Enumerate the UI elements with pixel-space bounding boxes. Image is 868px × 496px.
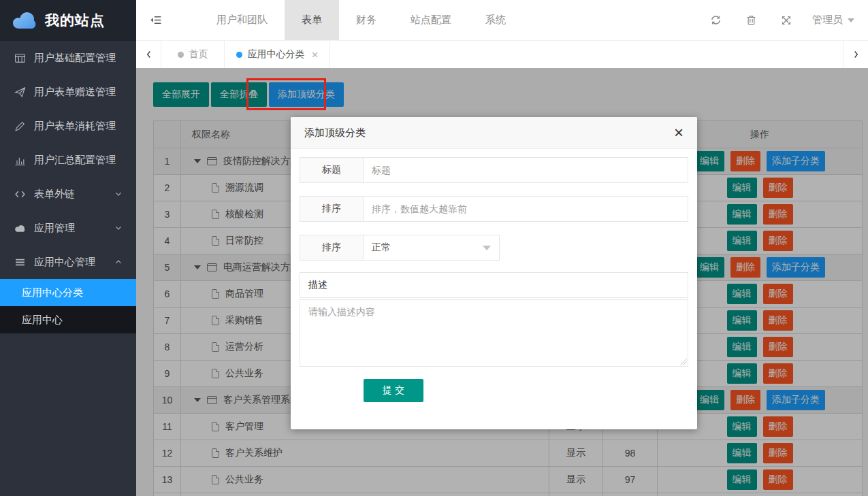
form-row-status: 排序 正常 (300, 235, 688, 261)
title-label: 标题 (300, 157, 364, 183)
nav-item-1[interactable]: 用户和团队 (199, 0, 285, 40)
description-textarea[interactable] (300, 299, 688, 367)
nav-item-3[interactable]: 财务 (339, 0, 393, 40)
trash-icon[interactable] (733, 14, 769, 26)
nav-item-2[interactable]: 表单 (285, 0, 339, 40)
tabs-scroll-left-icon[interactable] (136, 41, 161, 68)
refresh-icon[interactable] (698, 14, 733, 26)
tab-label: 首页 (189, 48, 208, 61)
description-label: 描述 (300, 272, 688, 298)
sidebar-item-label: 表单外链 (34, 188, 75, 201)
sort-label: 排序 (300, 196, 364, 222)
sidebar-item-5[interactable]: 表单外链 (0, 177, 136, 211)
sidebar-item-label: 用户汇总配置管理 (34, 154, 116, 167)
pen-icon (14, 120, 26, 132)
send-icon (14, 86, 26, 98)
submit-button[interactable]: 提 交 (364, 379, 423, 402)
tab-1[interactable]: 首页 (161, 41, 225, 68)
title-input[interactable] (364, 157, 688, 183)
sidebar-collapse-icon[interactable] (136, 0, 176, 40)
brand-name: 我的站点 (45, 11, 105, 30)
chart-icon (14, 154, 26, 166)
main-area: 首页应用中心分类× 全部展开 全部折叠 添加顶级分类 权限名称 (136, 41, 868, 496)
tab-dot-icon (236, 52, 242, 58)
status-select[interactable]: 正常 (364, 235, 500, 261)
modal-title: 添加顶级分类 (304, 127, 366, 139)
modal-header: 添加顶级分类 × (291, 117, 697, 149)
sidebar: 用户基础配置管理用户表单赠送管理用户表单消耗管理用户汇总配置管理表单外链应用管理… (0, 41, 136, 496)
menu-icon (14, 256, 26, 268)
modal-body: 标题 排序 排序 正常 (291, 149, 697, 402)
status-label: 排序 (300, 235, 364, 261)
sidebar-item-label: 应用中心管理 (34, 256, 95, 269)
nav-item-5[interactable]: 系统 (468, 0, 523, 40)
brand-logo: 我的站点 (0, 0, 136, 41)
user-name: 管理员 (812, 14, 843, 27)
cloud-icon (14, 222, 26, 234)
sidebar-item-7[interactable]: 应用中心管理 (0, 245, 136, 279)
navbar-menu: 用户和团队表单财务站点配置系统 (199, 0, 523, 40)
form-row-title: 标题 (300, 157, 688, 183)
close-icon[interactable]: × (674, 125, 684, 141)
sidebar-subitem-2[interactable]: 应用中心 (0, 306, 136, 333)
sidebar-item-4[interactable]: 用户汇总配置管理 (0, 143, 136, 177)
tab-close-icon[interactable]: × (312, 49, 319, 61)
tab-dot-icon (178, 52, 184, 58)
tab-2[interactable]: 应用中心分类× (225, 41, 330, 68)
sort-input[interactable] (364, 196, 688, 222)
sidebar-item-label: 应用管理 (34, 222, 75, 235)
navbar: 用户和团队表单财务站点配置系统 (136, 0, 868, 41)
content-area: 全部展开 全部折叠 添加顶级分类 权限名称 操作 1疫情防控解决方案编辑删除添加… (136, 68, 868, 496)
cloud-logo-icon (12, 11, 37, 30)
sidebar-item-label: 用户表单消耗管理 (34, 120, 116, 133)
chevron-up-icon (114, 258, 123, 266)
user-menu[interactable]: 管理员 (804, 14, 854, 27)
add-category-modal: 添加顶级分类 × 标题 排序 排序 (291, 117, 697, 429)
select-caret-icon (483, 246, 491, 250)
status-select-value: 正常 (372, 242, 391, 254)
form-row-sort: 排序 (300, 196, 688, 222)
tabs-scroll-right-icon[interactable] (843, 41, 868, 68)
sidebar-submenu: 应用中心分类应用中心 (0, 279, 136, 333)
top-navbar: 我的站点 用户和团队表单财务站点配置系统 (0, 0, 868, 41)
sidebar-subitem-1[interactable]: 应用中心分类 (0, 279, 136, 306)
app-root: 我的站点 用户和团队表单财务站点配置系统 (0, 0, 868, 496)
code-icon (14, 188, 26, 200)
grid-icon (14, 52, 26, 64)
sidebar-item-label: 用户表单赠送管理 (34, 86, 116, 99)
sidebar-item-6[interactable]: 应用管理 (0, 211, 136, 245)
chevron-down-icon (848, 18, 854, 22)
chevron-down-icon (114, 224, 123, 232)
sidebar-item-1[interactable]: 用户基础配置管理 (0, 41, 136, 75)
nav-item-4[interactable]: 站点配置 (393, 0, 468, 40)
fullscreen-icon[interactable] (769, 15, 804, 26)
sidebar-item-3[interactable]: 用户表单消耗管理 (0, 109, 136, 143)
tab-bar: 首页应用中心分类× (136, 41, 868, 68)
description-area (300, 299, 688, 367)
navbar-actions: 管理员 (698, 0, 868, 40)
annotation-highlight-box (246, 78, 326, 110)
sidebar-item-2[interactable]: 用户表单赠送管理 (0, 75, 136, 109)
tab-label: 应用中心分类 (248, 48, 305, 61)
chevron-down-icon (114, 190, 123, 198)
tabs-strip: 首页应用中心分类× (161, 41, 330, 68)
sidebar-item-label: 用户基础配置管理 (34, 52, 116, 65)
